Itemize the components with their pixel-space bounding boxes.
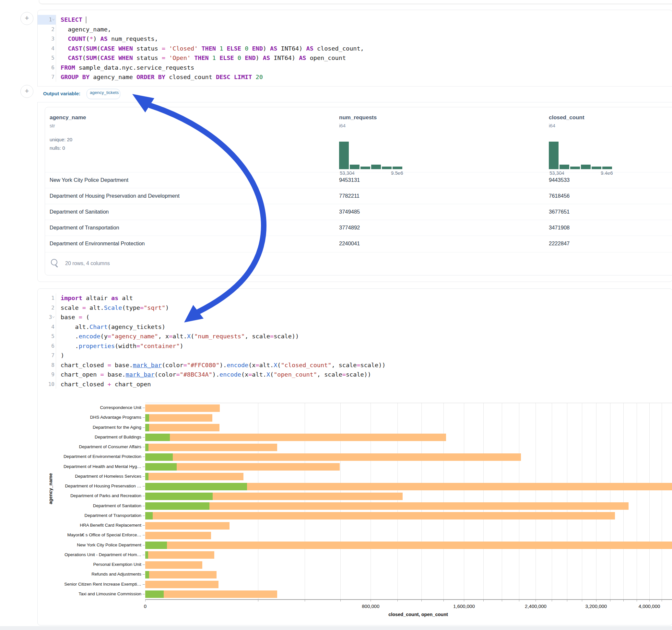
collapse-chevron-icon[interactable]: ˅ <box>52 315 55 319</box>
code-line[interactable]: 4 CAST(SUM(CASE WHEN status = 'Closed' T… <box>38 44 672 53</box>
table-cell: 7782211 <box>339 193 360 199</box>
next-cell-fragment <box>0 626 672 630</box>
code-line[interactable]: 4 alt.Chart(agency_tickets) <box>38 322 672 332</box>
column-header-num_requests[interactable]: num_requestsi6453,3049.5e6 <box>339 114 377 128</box>
code-line[interactable]: 5 .encode(y="agency_name", x=alt.X("num_… <box>38 332 672 341</box>
dataframe-header: agency_namestrunique: 20nulls: 0num_requ… <box>45 107 672 172</box>
bar-closed-count <box>145 424 219 431</box>
y-axis-tick <box>143 594 145 595</box>
column-name: agency_name <box>50 114 86 121</box>
bar-closed-count <box>145 453 521 461</box>
gridline <box>582 403 582 599</box>
line-number: 9 <box>38 370 56 380</box>
chart-x-axis-title: closed_count, open_count <box>369 612 467 617</box>
bar-open-count <box>145 551 148 559</box>
x-axis-tick <box>370 599 371 602</box>
code-line[interactable]: 1import altair as alt <box>38 293 672 303</box>
dataframe-preview: agency_namestrunique: 20nulls: 0num_requ… <box>45 107 672 275</box>
gridline <box>596 403 597 599</box>
code-line[interactable]: 8chart_closed = base.mark_bar(color="#FF… <box>38 360 672 370</box>
y-axis-label: Refunds and Adjustments <box>44 572 141 577</box>
python-code-editor[interactable]: 1import altair as alt2scale = alt.Scale(… <box>38 293 672 389</box>
code-line[interactable]: 3 COUNT(*) AS num_requests, <box>38 34 672 44</box>
text-cursor <box>86 17 87 23</box>
x-axis-tick <box>623 599 624 602</box>
search-icon[interactable] <box>51 259 57 265</box>
notebook-page: + + 1˅SELECT 2 agency_name,3 COUNT(*) AS… <box>0 0 672 630</box>
code-text: CAST(SUM(CASE WHEN status = 'Closed' THE… <box>56 45 364 52</box>
code-line[interactable]: 2 agency_name, <box>38 25 672 34</box>
y-axis-label: Department of Health and Mental Hyg… <box>44 464 141 469</box>
table-cell: 3774892 <box>339 224 360 231</box>
column-stats: unique: 20nulls: 0 <box>50 136 86 152</box>
dataframe-body: New York City Police Department945313194… <box>45 172 672 251</box>
bar-open-count <box>145 483 247 490</box>
y-axis-label: Department of Buildings <box>44 435 141 439</box>
line-number: 7 <box>38 350 56 360</box>
chart-plot-area: 0800,0001,600,0002,400,0003,200,0004,000… <box>145 403 672 600</box>
table-cell: 9443533 <box>549 177 570 183</box>
y-axis-tick <box>143 506 145 506</box>
code-line[interactable]: 9chart_open = base.mark_bar(color="#8BC3… <box>38 370 672 380</box>
bar-open-count <box>145 424 149 431</box>
table-cell: 7618456 <box>549 193 570 199</box>
gridline <box>422 403 422 599</box>
code-line[interactable]: 3˅base = ( <box>38 312 672 322</box>
sql-code-editor[interactable]: 1˅SELECT 2 agency_name,3 COUNT(*) AS num… <box>38 15 672 82</box>
code-line[interactable]: 10chart_closed + chart_open <box>38 380 672 389</box>
table-row[interactable]: Department of Transportation377489234719… <box>45 220 672 236</box>
x-axis-tick <box>649 599 650 602</box>
code-line[interactable]: 2scale = alt.Scale(type="sqrt") <box>38 303 672 313</box>
y-axis-tick <box>143 417 145 418</box>
bar-open-count <box>145 473 148 480</box>
line-number: 8 <box>38 360 56 370</box>
code-line[interactable]: 7GROUP BY agency_name ORDER BY closed_co… <box>38 72 672 82</box>
table-row[interactable]: Department of Environmental Protection22… <box>45 236 672 252</box>
code-text: SELECT <box>56 16 86 24</box>
x-axis-tick-label: 1,600,000 <box>445 603 483 609</box>
code-line[interactable]: 6FROM sample_data.nyc.service_requests <box>38 63 672 73</box>
output-variable-pill[interactable]: agency_tickets <box>87 89 120 99</box>
y-axis-tick <box>143 467 145 467</box>
code-line[interactable]: 7) <box>38 350 672 360</box>
x-axis-tick <box>398 599 398 602</box>
table-cell: Department of Environmental Protection <box>50 240 145 247</box>
table-row[interactable]: Department of Sanitation37494853677651 <box>45 204 672 220</box>
previous-cell-fragment <box>39 0 672 4</box>
column-dtype: i64 <box>339 123 377 128</box>
table-row[interactable]: Department of Housing Preservation and D… <box>45 188 672 204</box>
bar-open-count <box>145 502 210 510</box>
table-cell: 3749485 <box>339 209 360 215</box>
table-row[interactable]: New York City Police Department945313194… <box>45 172 672 188</box>
code-line[interactable]: 1˅SELECT <box>38 15 672 25</box>
line-number: 3˅ <box>38 312 56 322</box>
bar-closed-count <box>145 532 211 539</box>
column-header-closed_count[interactable]: closed_counti6453,3049.4e6 <box>549 114 584 128</box>
y-axis-label: DHS Advantage Programs <box>44 415 141 420</box>
gridline <box>370 403 371 599</box>
x-axis-tick <box>596 599 597 602</box>
column-header-agency_name[interactable]: agency_namestrunique: 20nulls: 0 <box>50 114 86 152</box>
x-axis-tick <box>567 599 567 602</box>
code-line[interactable]: 5 CAST(SUM(CASE WHEN status = 'Open' THE… <box>38 53 672 63</box>
code-text: import altair as alt <box>56 295 133 301</box>
line-number: 10 <box>38 380 56 389</box>
code-line[interactable]: 6 .properties(width="container") <box>38 341 672 351</box>
code-text: alt.Chart(agency_tickets) <box>56 323 165 330</box>
bar-closed-count <box>145 414 212 421</box>
bar-closed-count <box>145 512 615 519</box>
add-cell-button-output[interactable]: + <box>20 85 33 98</box>
code-text: .encode(y="agency_name", x=alt.X("num_re… <box>56 333 299 340</box>
y-axis-label: Department of Homeless Services <box>44 474 141 479</box>
gridline <box>258 403 258 599</box>
collapse-chevron-icon[interactable]: ˅ <box>52 18 55 21</box>
add-cell-button-top[interactable]: + <box>20 12 33 25</box>
bar-open-count <box>145 571 149 579</box>
table-cell: 9453131 <box>339 177 360 183</box>
x-axis-tick-label: 0 <box>126 603 165 609</box>
bar-closed-count <box>145 522 230 530</box>
row-count-text: 20 rows, 4 columns <box>65 261 110 266</box>
line-number: 2 <box>38 303 56 313</box>
output-variable-row: Output variable: agency_tickets <box>37 86 672 102</box>
x-axis-tick <box>637 599 637 602</box>
